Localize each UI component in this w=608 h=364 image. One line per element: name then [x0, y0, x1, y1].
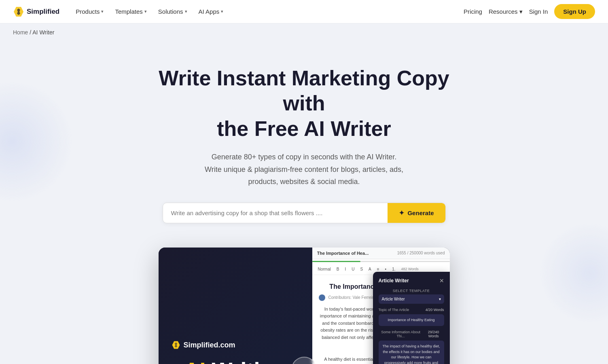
- panel-topic-count: 4/20 Words: [426, 308, 444, 312]
- video-brand-text: Simplified.com: [184, 341, 235, 349]
- breadcrumb-current: AI Writer: [32, 29, 54, 36]
- chevron-down-icon: ▾: [185, 9, 187, 14]
- video-left-panel: Simplified.com AI Writing Generator: [159, 248, 312, 364]
- panel-info-text[interactable]: The impact of having a healthy diet, the…: [379, 341, 444, 364]
- toolbar-bullet[interactable]: •: [383, 266, 388, 272]
- nav-item-templates[interactable]: Templates ▾: [110, 5, 151, 18]
- hero-subtitle: Generate 80+ types of copy in seconds wi…: [183, 151, 426, 188]
- toolbar-align[interactable]: ≡: [375, 266, 381, 272]
- hero-section: Write Instant Marketing Copy with the Fr…: [0, 41, 608, 364]
- panel-topic-text[interactable]: Importance of Healthy Eating: [379, 314, 444, 326]
- panel-template-dropdown[interactable]: Article Writer ▾: [379, 294, 444, 304]
- panel-info-count: 29/240 Words: [423, 330, 444, 338]
- video-title-block: AI Writing Generator: [172, 359, 299, 364]
- progress-bar: [312, 261, 450, 262]
- progress-fill: [312, 261, 360, 262]
- search-input[interactable]: [163, 203, 388, 223]
- chevron-down-icon: ▾: [144, 9, 147, 14]
- editor-title: The Importance of Hea...: [317, 251, 369, 256]
- panel-title: Article Writer: [379, 278, 409, 284]
- logo-link[interactable]: Simplified: [13, 6, 59, 17]
- video-preview: Simplified.com AI Writing Generator The …: [159, 248, 450, 364]
- toolbar-bold[interactable]: B: [335, 266, 341, 272]
- article-writer-panel: Article Writer ✕ Select Template Article…: [373, 272, 450, 364]
- chevron-down-icon: ▾: [101, 9, 104, 14]
- panel-template-section: Select Template Article Writer ▾: [379, 289, 444, 304]
- search-bar: ✦ Generate: [163, 203, 446, 223]
- nav-resources[interactable]: Resources ▾: [489, 8, 523, 15]
- nav-signin[interactable]: Sign In: [529, 8, 548, 15]
- toolbar-numbered[interactable]: 1.: [390, 266, 397, 272]
- panel-info-label: Some Information About Thi...: [379, 330, 423, 338]
- chevron-down-icon: ▾: [519, 8, 523, 15]
- toolbar-normal[interactable]: Normal: [316, 266, 333, 272]
- navbar: Simplified Products ▾ Templates ▾ Soluti…: [0, 0, 608, 23]
- chevron-down-icon: ▾: [221, 9, 223, 14]
- nav-links: Products ▾ Templates ▾ Solutions ▾ AI Ap…: [71, 5, 464, 18]
- editor-header: The Importance of Hea... 1655 / 250000 w…: [312, 248, 450, 259]
- panel-info-section: Some Information About Thi... 29/240 Wor…: [379, 330, 444, 364]
- video-brand: Simplified.com: [172, 341, 299, 349]
- signup-button[interactable]: Sign Up: [554, 4, 595, 19]
- word-count: 1655 / 250000 words used: [397, 251, 445, 255]
- generate-icon: ✦: [399, 209, 404, 217]
- breadcrumb: Home / AI Writer: [0, 23, 608, 41]
- logo-icon: [13, 6, 24, 17]
- panel-close-icon[interactable]: ✕: [439, 277, 444, 284]
- chevron-down-icon: ▾: [439, 297, 441, 301]
- generate-button[interactable]: ✦ Generate: [388, 203, 445, 223]
- hero-title: Write Instant Marketing Copy with the Fr…: [153, 66, 456, 141]
- logo-text: Simplified: [27, 8, 59, 16]
- video-editor-panel: The Importance of Hea... 1655 / 250000 w…: [312, 248, 450, 364]
- nav-item-solutions[interactable]: Solutions ▾: [153, 5, 192, 18]
- toolbar-color[interactable]: A: [367, 266, 373, 272]
- panel-topic-label: Topic of The Article: [379, 308, 409, 312]
- toolbar-words: 482 Words: [399, 266, 420, 272]
- breadcrumb-home[interactable]: Home: [13, 29, 28, 36]
- panel-topic-section: Topic of The Article 4/20 Words Importan…: [379, 308, 444, 326]
- toolbar-underline[interactable]: U: [350, 266, 356, 272]
- doc-avatar: [319, 294, 325, 301]
- nav-item-ai-apps[interactable]: AI Apps ▾: [194, 5, 229, 18]
- toolbar-strike[interactable]: S: [358, 266, 364, 272]
- panel-template-label: Select Template: [379, 289, 444, 293]
- nav-right: Pricing Resources ▾ Sign In Sign Up: [464, 4, 595, 19]
- video-logo-icon: [172, 341, 180, 349]
- nav-pricing[interactable]: Pricing: [464, 8, 482, 15]
- panel-header: Article Writer ✕: [379, 277, 444, 284]
- toolbar-italic[interactable]: I: [343, 266, 347, 272]
- nav-item-products[interactable]: Products ▾: [71, 5, 108, 18]
